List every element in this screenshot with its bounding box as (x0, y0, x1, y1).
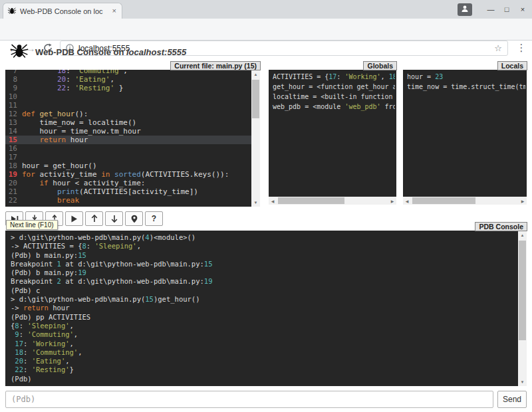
output-line: 9: 'Commuting', (11, 330, 512, 339)
tab-close-icon[interactable]: × (111, 7, 118, 15)
globals-label: Globals (363, 61, 397, 70)
code-line: 20 if hour < activity_time: (5, 179, 251, 187)
code-line: 21 print(ACTIVITIES[activity_time]) (5, 187, 251, 196)
output-line: -> return hour (11, 304, 512, 312)
globals-panel: Globals ACTIVITIES = {17: 'Working', 18:… (269, 70, 396, 205)
window-controls: — □ × (458, 0, 531, 19)
help-icon: ? (152, 214, 156, 223)
scroll-up-icon[interactable]: ▲ (251, 70, 260, 78)
output-line: localtime = <built-in function loc (273, 92, 391, 102)
current-file-panel: Current file: main.py (15) 7 18: 'Commut… (5, 70, 260, 207)
tooltip: Next line (F10) (6, 220, 58, 230)
scroll-left-icon[interactable]: ◀ (403, 197, 411, 205)
scroll-right-icon[interactable]: ▶ (388, 197, 396, 205)
output-line: ACTIVITIES = {17: 'Working', 18: ' (273, 72, 391, 82)
scroll-thumb[interactable] (412, 197, 475, 204)
close-button[interactable]: × (515, 0, 531, 19)
locals-list: hour = 23time_now = time.struct_time(tm_… (403, 70, 525, 197)
line-number[interactable]: 14 (5, 127, 22, 136)
down-stack-button[interactable] (105, 211, 123, 226)
output-line: > d:\git\python-web-pdb\main.py(4)<modul… (11, 233, 512, 242)
line-number[interactable]: 8 (5, 75, 22, 84)
line-number[interactable]: 20 (5, 179, 22, 187)
browser-navbar: ← → localhost:5555 ☆ ⋮ (0, 19, 532, 41)
scroll-down-icon[interactable]: ▼ (518, 377, 527, 386)
command-input-row: Send (5, 391, 527, 408)
line-number[interactable]: 9 (5, 84, 22, 92)
console-output: > d:\git\python-web-pdb\main.py(4)<modul… (5, 231, 517, 386)
code-line: 12def get_hour(): (5, 110, 251, 118)
maximize-button[interactable]: □ (499, 0, 515, 19)
scroll-left-icon[interactable]: ◀ (269, 197, 277, 205)
line-number[interactable]: 16 (5, 144, 22, 153)
bookmark-star-icon[interactable]: ☆ (494, 43, 502, 53)
help-button[interactable]: ? (145, 211, 163, 226)
line-number[interactable]: 21 (5, 187, 22, 196)
scroll-down-icon[interactable]: ▼ (251, 198, 260, 207)
output-line: (Pdb) b main.py:19 (11, 268, 512, 277)
scroll-up-icon[interactable]: ▲ (518, 231, 527, 239)
continue-button[interactable] (65, 211, 83, 226)
output-line: Breakpoint 2 at d:\git\python-web-pdb\ma… (11, 277, 512, 286)
minimize-button[interactable]: — (483, 0, 499, 19)
scroll-right-icon[interactable]: ▶ (519, 197, 527, 205)
code-editor: 7 18: 'Commuting',8 20: 'Eating',9 22: '… (5, 70, 251, 205)
output-line: 20: 'Eating', (11, 357, 512, 365)
code-line: 22 break (5, 196, 251, 205)
scroll-thumb[interactable] (519, 241, 526, 340)
globals-scrollbar[interactable]: ◀ ▶ (269, 197, 396, 205)
line-number[interactable]: 11 (5, 101, 22, 110)
output-line: web_pdb = <module 'web_pdb' from ' (273, 102, 391, 112)
line-number[interactable]: 13 (5, 118, 22, 127)
output-line: (Pdb) (11, 375, 512, 383)
line-number[interactable]: 10 (5, 92, 22, 101)
code-line: 19for activity_time in sorted(ACTIVITIES… (5, 170, 251, 179)
pdb-console-label: PDB Console (475, 222, 527, 231)
code-line: 17 (5, 153, 251, 161)
pdb-console-panel: PDB Console > d:\git\python-web-pdb\main… (5, 231, 527, 386)
browser-tab[interactable]: Web-PDB Console on loc × (3, 3, 122, 19)
locals-panel: Locals hour = 23time_now = time.struct_t… (403, 70, 527, 205)
console-scrollbar[interactable]: ▲ ▼ (518, 231, 527, 386)
output-line: 18: 'Commuting', (11, 348, 512, 357)
page-title: Web-PDB Console on localhost:5555 (35, 47, 186, 57)
code-line: 13 time_now = localtime() (5, 118, 251, 127)
code-scrollbar[interactable]: ▲ ▼ (251, 70, 260, 207)
output-line: (Pdb) b main.py:15 (11, 251, 512, 260)
code-line: 18hour = get_hour() (5, 161, 251, 170)
line-number[interactable]: 17 (5, 153, 22, 161)
output-line: > d:\git\python-web-pdb\main.py(15)get_h… (11, 295, 512, 304)
breakpoint-line-number[interactable]: 19 (5, 170, 22, 179)
webpdb-logo-bug-icon (9, 43, 29, 61)
code-line: 9 22: 'Resting' } (5, 84, 251, 92)
locals-label: Locals (497, 61, 527, 70)
code-line: 14 hour = time_now.tm_hour (5, 127, 251, 136)
menu-icon[interactable]: ⋮ (513, 40, 529, 56)
output-line: {8: 'Sleeping', (11, 322, 512, 330)
person-icon (461, 3, 469, 15)
line-number[interactable]: 18 (5, 161, 22, 170)
code-line: 16 (5, 144, 251, 153)
output-line: 17: 'Working', (11, 340, 512, 348)
output-line: 22: 'Resting'} (11, 365, 512, 374)
code-line: 11 (5, 101, 251, 110)
where-button[interactable] (125, 211, 143, 226)
scroll-thumb[interactable] (252, 80, 259, 118)
page-header: Web-PDB Console on localhost:5555 (9, 43, 186, 61)
line-number[interactable]: 12 (5, 110, 22, 118)
code-line: 7 18: 'Commuting', (5, 70, 251, 75)
breakpoint-line-number[interactable]: 15 (5, 136, 22, 144)
output-line: (Pdb) c (11, 286, 512, 295)
code-line: 10 (5, 92, 251, 101)
scroll-thumb[interactable] (278, 197, 344, 204)
line-number[interactable]: 7 (5, 70, 22, 75)
line-number[interactable]: 22 (5, 196, 22, 205)
up-stack-button[interactable] (85, 211, 103, 226)
browser-titlebar: Web-PDB Console on loc × — □ × (0, 0, 532, 19)
profile-button[interactable] (458, 3, 472, 16)
pdb-command-input[interactable] (5, 391, 493, 408)
output-line: hour = 23 (407, 72, 521, 82)
output-line: -> ACTIVITIES = {8: 'Sleeping', (11, 242, 512, 251)
locals-scrollbar[interactable]: ◀ ▶ (403, 197, 527, 205)
send-button[interactable]: Send (497, 391, 527, 408)
